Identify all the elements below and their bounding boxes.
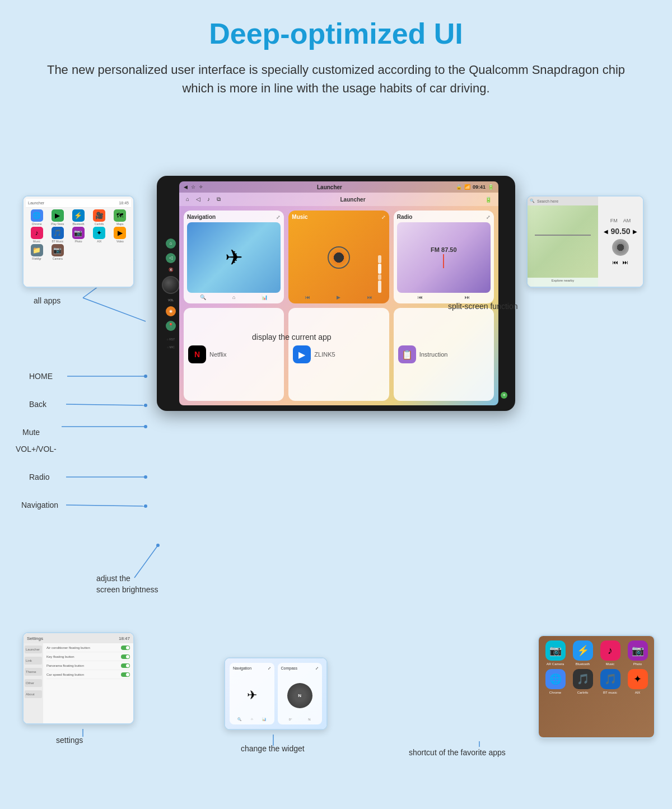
settings-nav-theme: Theme — [25, 668, 42, 676]
fav-btmusic: 🎵 BT music — [598, 669, 622, 694]
radio-label: Radio — [29, 473, 50, 481]
launcher-label: Launcher — [340, 197, 366, 203]
battery-status-icon: 🔋 — [485, 197, 492, 203]
widget-nav-card: Navigation ⤢ ✈ 🔍 ⌂ 📊 — [230, 663, 274, 724]
svg-point-9 — [144, 475, 147, 479]
svg-line-10 — [66, 505, 146, 506]
brightness-button[interactable]: ☀ — [501, 392, 507, 399]
home-label: HOME — [29, 372, 53, 381]
music-expand-icon: ⤢ — [381, 214, 386, 220]
fav-carinfo: 🎵 CarInfo — [571, 669, 595, 694]
favorite-apps-thumbnail: 📷 AR Camera ⚡ Bluetooth ♪ Music 📷 Photo … — [538, 635, 655, 738]
svg-line-1 — [83, 298, 146, 321]
thumb-app-files: 📁 FileMgr — [27, 244, 46, 260]
diagram-area: Launcher 18:45 🌐 Chrome ▶ Play Store ⚡ B… — [0, 103, 672, 775]
volume-knob — [162, 276, 180, 294]
radio-button-indicator: ◉ — [166, 306, 176, 316]
navigation-plane-icon: ✈ — [225, 245, 243, 270]
settings-nav-launcher: Launcher — [25, 646, 42, 653]
thumb-app-video: ▶ Video — [110, 227, 130, 243]
radio-prev-icon: ⏮ — [418, 294, 423, 300]
zlink-icon: ▶ — [293, 345, 311, 363]
fav-apps-grid: 📷 AR Camera ⚡ Bluetooth ♪ Music 📷 Photo … — [543, 640, 650, 694]
thumb-launcher-label: Launcher — [28, 201, 44, 205]
navigation-card-bg: ✈ — [187, 222, 281, 293]
svg-point-7 — [144, 425, 147, 428]
instruction-app-card[interactable]: 📋 Instruction — [394, 308, 494, 401]
settings-nav-about: About — [25, 690, 42, 698]
settings-toggle-aircond[interactable] — [121, 646, 130, 650]
split-map — [528, 205, 598, 278]
settings-row-aircond: Air conditioner floating button — [46, 646, 130, 652]
back-label: Back — [29, 400, 46, 409]
mute-label: Mute — [22, 428, 40, 437]
music-app-card[interactable]: Music ⤢ — [288, 211, 389, 303]
radio-card-bg: FM 87.50 — [397, 222, 491, 293]
radio-next-icon: ⏭ — [465, 294, 470, 300]
nav-search-icon: 🔍 — [200, 294, 206, 300]
settings-row-panorama: Panorama floating button — [46, 663, 130, 670]
thumb-app-photo: 📷 Photo — [68, 227, 88, 243]
display-label: display the current app — [252, 333, 332, 342]
split-screen-label: split-screen function — [448, 302, 518, 311]
device-screen: ◀ ☆ ✧ Launcher 🔒 📶 09:41 🔋 ⌂ — [179, 181, 498, 405]
back-nav-icon: ◁ — [196, 196, 200, 203]
thumb-app-aix: ✦ AIX — [90, 227, 109, 243]
split-disc — [612, 239, 629, 256]
page-subtitle: The new personalized user interface is s… — [45, 60, 627, 97]
thumb-app-carinfo: 🎥 CarInfo — [90, 209, 109, 226]
radio-needle — [443, 254, 444, 268]
settings-row-speed: Car speed floating button — [46, 672, 130, 679]
favorite-apps-label: shortcut of the favorite apps — [409, 748, 506, 757]
music-next-icon: ⏭ — [367, 294, 372, 300]
navigation-label: Navigation — [21, 501, 58, 509]
music-play-icon: ▶ — [337, 294, 340, 300]
settings-row-key: Key floating button — [46, 654, 130, 661]
fav-photo: 📷 Photo — [626, 640, 650, 666]
thumb-app-bluetooth: ⚡ Bluetooth — [68, 209, 88, 226]
fav-chrome: 🌐 Chrome — [543, 669, 567, 694]
all-apps-label: all apps — [34, 296, 60, 305]
car-display-device: ⌂ ◁ 🔇 VOL ◉ 📍 ○ RST ○ MIC ◀ ☆ ✧ — [157, 176, 515, 411]
widget-compass-card: Compass ⤢ N 0° N — [278, 663, 323, 724]
settings-title-label: Settings — [27, 636, 43, 641]
settings-left-nav: Launcher Link Theme Other About — [24, 643, 43, 723]
nav-bar: ⌂ ◁ ♪ ⧉ Launcher 🔋 — [179, 193, 498, 206]
svg-point-3 — [144, 375, 147, 378]
nav-chart-icon: 📊 — [262, 294, 268, 300]
split-radio-panel: FM AM ◀ 90.50 ▶ ⏮ ⏭ — [598, 197, 643, 287]
fav-bluetooth: ⚡ Bluetooth — [571, 640, 595, 666]
page-title: Deep-optimized UI — [45, 17, 627, 50]
nav-button-indicator: 📍 — [166, 321, 176, 331]
settings-toggle-key[interactable] — [121, 654, 130, 659]
fav-aix: ✦ AIX — [626, 669, 650, 694]
settings-toggle-speed[interactable] — [121, 672, 130, 677]
right-side-panel: ☀ — [498, 181, 510, 405]
header: Deep-optimized UI The new personalized u… — [0, 0, 672, 103]
nav-home-icon: ⌂ — [232, 294, 235, 300]
thumb-app-chrome: 🌐 Chrome — [27, 209, 46, 226]
home-nav-icon: ⌂ — [186, 196, 189, 203]
nav-expand-icon: ⤢ — [276, 214, 281, 220]
settings-toggle-panorama[interactable] — [121, 663, 130, 668]
thumb-app-btmusic: 🎵 BT Music — [48, 227, 67, 243]
vol-label: VOL+/VOL- — [16, 445, 57, 453]
zlink-app-card[interactable]: ▶ ZLINK5 — [288, 308, 389, 401]
thumb-app-music: ♪ Music — [27, 227, 46, 243]
settings-label: settings — [56, 736, 83, 745]
fav-ar-camera: 📷 AR Camera — [543, 640, 567, 666]
radio-app-card[interactable]: Radio ⤢ FM 87.50 ⏮ ⏭ — [394, 211, 494, 303]
widget-thumbnail: Navigation ⤢ ✈ 🔍 ⌂ 📊 Compass ⤢ N — [224, 657, 328, 730]
settings-thumbnail: Settings 18:47 Launcher Link Theme Other… — [22, 632, 134, 724]
status-bar: ◀ ☆ ✧ Launcher 🔒 📶 09:41 🔋 — [179, 181, 498, 193]
radio-expand-icon: ⤢ — [486, 214, 491, 220]
settings-nav-other: Other — [25, 679, 42, 687]
fav-music: ♪ Music — [598, 640, 622, 666]
netflix-app-card[interactable]: N Netflix — [184, 308, 284, 401]
music-disc — [328, 246, 350, 269]
settings-content: Air conditioner floating button Key floa… — [43, 643, 133, 723]
brightness-label: adjust thescreen brightness — [96, 573, 169, 595]
all-apps-thumbnail: Launcher 18:45 🌐 Chrome ▶ Play Store ⚡ B… — [22, 195, 134, 288]
navigation-app-card[interactable]: Navigation ⤢ ✈ 🔍 ⌂ 📊 — [184, 211, 284, 303]
thumb-app-maps: 🗺 Maps — [110, 209, 130, 226]
